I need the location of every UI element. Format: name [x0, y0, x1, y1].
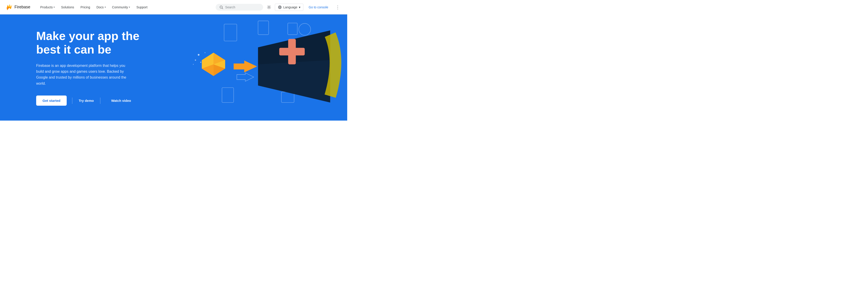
hero-description: Firebase is an app development platform …	[36, 63, 133, 87]
theme-toggle-button[interactable]	[265, 3, 273, 11]
try-demo-button[interactable]: Try demo	[78, 96, 95, 106]
svg-marker-36	[237, 73, 254, 81]
svg-rect-16	[258, 21, 269, 35]
svg-line-1	[222, 8, 223, 9]
svg-marker-26	[234, 61, 257, 72]
language-label: Language	[283, 5, 297, 9]
hero-illustration-svg	[156, 14, 347, 121]
svg-rect-19	[222, 88, 234, 102]
nav-docs[interactable]: Docs ▾	[94, 4, 108, 11]
svg-line-9	[268, 8, 268, 8]
hero-content: Make your app the best it can be Firebas…	[0, 16, 158, 119]
nav-products[interactable]: Products ▾	[37, 4, 57, 11]
svg-point-2	[268, 6, 270, 8]
action-divider-2	[100, 98, 100, 104]
search-box[interactable]: Search	[216, 4, 263, 11]
svg-rect-17	[288, 23, 297, 35]
hero-section: Make your app the best it can be Firebas…	[0, 14, 347, 121]
more-options-button[interactable]: ⋮	[334, 3, 342, 11]
hero-title: Make your app the best it can be	[36, 29, 140, 57]
docs-chevron-icon: ▾	[105, 6, 106, 8]
navbar-right: Search Language	[216, 3, 342, 11]
sun-icon	[267, 5, 271, 9]
more-icon: ⋮	[336, 4, 340, 10]
nav-community[interactable]: Community ▾	[110, 4, 133, 11]
svg-line-8	[270, 8, 271, 8]
hero-actions: Get started Try demo Watch video	[36, 96, 140, 106]
search-icon	[219, 5, 223, 9]
hero-illustration	[156, 14, 347, 121]
svg-point-34	[205, 52, 206, 53]
navbar: Firebase Products ▾ Solutions Pricing Do…	[0, 0, 347, 14]
community-chevron-icon: ▾	[129, 6, 130, 8]
svg-point-31	[198, 54, 199, 56]
firebase-logo[interactable]: Firebase	[5, 4, 30, 11]
svg-point-35	[193, 64, 194, 65]
nav-solutions[interactable]: Solutions	[58, 4, 77, 11]
svg-line-10	[270, 6, 271, 6]
svg-line-7	[268, 6, 268, 6]
language-chevron-icon: ▾	[299, 5, 301, 9]
go-to-console-button[interactable]: Go to console	[305, 4, 332, 11]
search-placeholder: Search	[225, 5, 235, 9]
svg-rect-24	[279, 48, 305, 56]
nav-pricing[interactable]: Pricing	[78, 4, 93, 11]
get-started-button[interactable]: Get started	[36, 96, 67, 106]
language-button[interactable]: Language ▾	[275, 4, 303, 11]
watch-video-button[interactable]: Watch video	[106, 96, 136, 106]
svg-point-11	[278, 6, 282, 9]
action-divider	[72, 98, 72, 104]
svg-rect-15	[224, 24, 237, 41]
nav-support[interactable]: Support	[133, 4, 150, 11]
products-chevron-icon: ▾	[54, 6, 55, 8]
svg-point-18	[299, 24, 311, 35]
svg-point-12	[279, 6, 281, 9]
svg-point-0	[220, 6, 222, 8]
globe-icon	[278, 5, 282, 9]
svg-point-33	[200, 62, 202, 63]
svg-point-32	[195, 59, 196, 61]
brand-name: Firebase	[14, 5, 30, 9]
main-nav: Products ▾ Solutions Pricing Docs ▾ Comm…	[37, 4, 216, 11]
firebase-flame-icon	[5, 4, 13, 11]
